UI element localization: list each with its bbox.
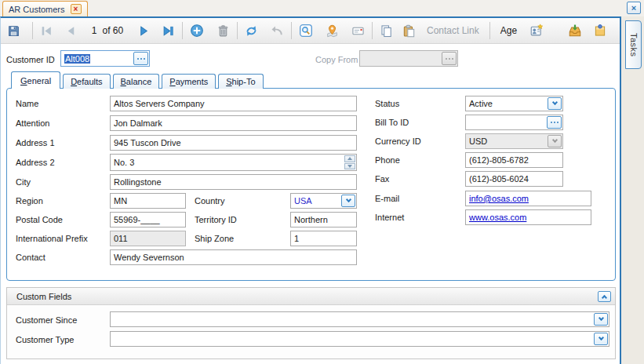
tasks-tab-label: Tasks	[629, 33, 639, 57]
tab-general[interactable]: General	[11, 71, 60, 89]
chevron-down-icon	[345, 197, 351, 202]
next-record-icon	[137, 24, 151, 38]
customer-id-label: Customer ID	[6, 55, 55, 64]
address2-spinner-up[interactable]	[344, 155, 355, 162]
name-label: Name	[16, 99, 38, 108]
chevron-up-icon	[602, 295, 607, 300]
status-value: Active	[469, 99, 493, 108]
add-contact-icon	[529, 24, 544, 38]
contact-field[interactable]: Wendy Severnson	[110, 249, 357, 265]
toolbar-separator	[237, 22, 238, 39]
tab-ship-to[interactable]: Ship-To	[218, 74, 263, 89]
toolbar-separator	[182, 22, 183, 39]
ship-zone-field[interactable]: 1	[290, 231, 357, 246]
ar-customers-window: AR Customers × × Tasks	[0, 0, 644, 364]
internet-field[interactable]: www.osas.com	[465, 209, 591, 225]
customer-id-lookup-button[interactable]	[133, 52, 148, 65]
city-field[interactable]: Rollingstone	[110, 174, 357, 190]
next-record-button[interactable]	[136, 23, 152, 39]
undo-button[interactable]	[269, 23, 286, 39]
last-record-button[interactable]	[160, 23, 176, 39]
toolbar-separator	[291, 22, 292, 39]
postal-code-value: 55969-____	[114, 215, 160, 224]
add-contact-button[interactable]	[528, 22, 545, 39]
refresh-button[interactable]	[243, 23, 260, 39]
bill-to-id-lookup-button[interactable]	[547, 116, 562, 129]
import-button[interactable]	[566, 22, 584, 39]
record-total: of 60	[102, 25, 123, 36]
toolbar-separator	[489, 22, 490, 39]
customer-id-field[interactable]: Alt008	[60, 50, 150, 67]
chevron-up-icon	[347, 157, 352, 160]
address2-field[interactable]: No. 3	[110, 154, 357, 171]
import-icon	[568, 24, 582, 38]
territory-id-field[interactable]: Northern	[290, 212, 357, 228]
copy-from-field	[359, 50, 458, 67]
record-number: 1	[92, 25, 97, 36]
email-field[interactable]: info@osas.com	[465, 191, 591, 206]
delete-icon	[216, 24, 230, 38]
address2-spinner-down[interactable]	[344, 163, 355, 170]
save-icon	[7, 24, 20, 38]
previous-record-icon	[64, 24, 78, 38]
region-field[interactable]: MN	[110, 193, 186, 209]
internet-link[interactable]: www.osas.com	[469, 213, 526, 222]
previous-record-button[interactable]	[63, 23, 79, 39]
country-label: Country	[195, 196, 225, 206]
country-dropdown-button[interactable]	[341, 195, 355, 207]
new-record-icon	[190, 24, 204, 38]
document-tab-bar: AR Customers ×	[0, 0, 644, 16]
status-dropdown-button[interactable]	[548, 97, 562, 110]
chevron-down-icon	[551, 137, 557, 143]
ellipsis-icon	[140, 58, 142, 60]
copy-button[interactable]	[378, 23, 395, 39]
find-button[interactable]	[297, 22, 315, 39]
address1-field[interactable]: 945 Tuscon Drive	[110, 135, 357, 151]
email-button[interactable]	[350, 23, 366, 39]
toolbar-separator	[32, 22, 33, 39]
first-record-button[interactable]	[38, 23, 55, 39]
customer-type-dropdown-button[interactable]	[594, 333, 608, 345]
tab-payments[interactable]: Payments	[162, 74, 216, 89]
chevron-down-icon	[347, 165, 352, 168]
delete-button[interactable]	[215, 23, 231, 39]
country-value: USA	[294, 196, 312, 206]
paste-icon	[402, 24, 416, 38]
tab-balance[interactable]: Balance	[113, 74, 160, 89]
contact-link-button[interactable]: Contact Link	[422, 23, 484, 38]
customer-id-value: Alt008	[64, 54, 90, 64]
custom-fields-collapse-button[interactable]	[598, 291, 611, 302]
new-record-button[interactable]	[188, 22, 206, 39]
email-icon	[351, 24, 365, 38]
status-dropdown[interactable]: Active	[465, 96, 563, 111]
notes-button[interactable]	[591, 22, 609, 39]
phone-label: Phone	[375, 155, 400, 165]
customer-type-dropdown[interactable]	[110, 331, 609, 347]
tab-close-icon[interactable]: ×	[71, 4, 82, 14]
paste-button[interactable]	[401, 23, 417, 39]
phone-field[interactable]: (612)-805-6782	[465, 152, 563, 168]
last-record-icon	[162, 24, 175, 38]
name-field[interactable]: Altos Servers Company	[110, 96, 357, 111]
tab-defaults[interactable]: Defaults	[63, 74, 110, 89]
email-link[interactable]: info@osas.com	[469, 194, 529, 203]
fax-field[interactable]: (612)-805-6024	[465, 171, 563, 187]
territory-id-label: Territory ID	[195, 215, 237, 224]
customer-type-label: Customer Type	[16, 335, 74, 344]
custom-fields-header: Custom Fields	[7, 288, 615, 305]
customer-since-dropdown[interactable]	[110, 311, 609, 327]
age-button[interactable]: Age	[496, 23, 522, 38]
postal-code-field[interactable]: 55969-____	[110, 212, 186, 228]
map-pin-button[interactable]	[324, 23, 340, 39]
customer-since-dropdown-button[interactable]	[594, 313, 608, 326]
region-value: MN	[114, 196, 127, 206]
bill-to-id-field[interactable]	[465, 115, 563, 130]
attention-field[interactable]: Jon Dalmark	[110, 115, 357, 131]
country-dropdown[interactable]: USA	[290, 193, 357, 209]
window-close-button[interactable]: ×	[627, 2, 641, 14]
tasks-tab[interactable]: Tasks	[625, 20, 642, 69]
document-tab-ar-customers[interactable]: AR Customers ×	[2, 1, 88, 16]
contact-label: Contact	[16, 253, 45, 262]
save-button[interactable]	[5, 23, 22, 39]
address1-label: Address 1	[16, 138, 55, 147]
